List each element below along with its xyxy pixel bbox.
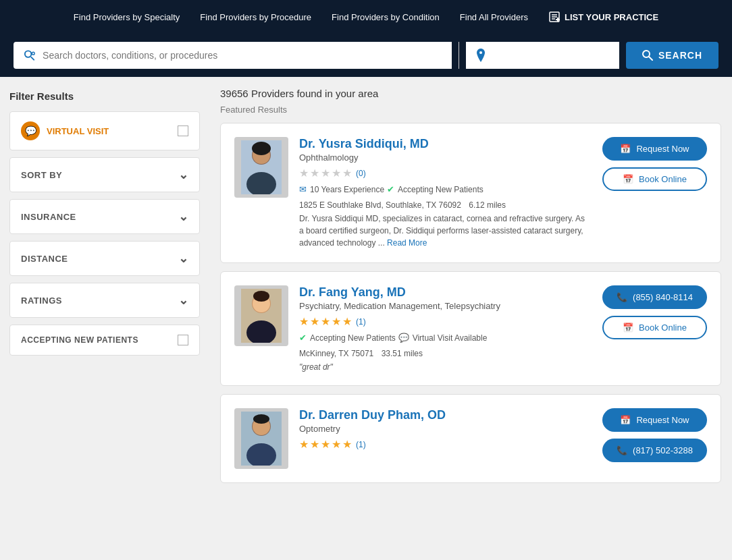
- nav-specialty[interactable]: Find Providers by Specialty: [74, 12, 180, 22]
- book-online-btn-siddiqui[interactable]: 📅 Book Online: [602, 167, 707, 191]
- provider-stars-siddiqui: ★ ★ ★ ★ ★ (0): [299, 167, 588, 179]
- read-more-siddiqui[interactable]: Read More: [387, 238, 427, 248]
- provider-name-yang[interactable]: Dr. Fang Yang, MD: [299, 285, 588, 300]
- ratings-chevron: ⌄: [178, 293, 189, 308]
- sidebar-title: Filter Results: [9, 90, 200, 102]
- search-location-container: Roanoke, TX 76262: [466, 42, 619, 69]
- stethoscope-icon: [23, 49, 36, 62]
- phone-btn-pham[interactable]: 📞 (817) 502-3288: [602, 439, 707, 462]
- phone-icon-pham: 📞: [617, 445, 627, 455]
- calendar-icon-yang: 📅: [623, 323, 633, 333]
- provider-stars-yang: ★ ★ ★ ★ ★ (1): [299, 315, 588, 328]
- search-input[interactable]: [43, 50, 442, 61]
- provider-actions-yang: 📞 (855) 840-8114 📅 Book Online: [599, 285, 707, 339]
- ratings-filter[interactable]: RATINGS ⌄: [9, 283, 200, 318]
- check-icon-yang: ✔: [299, 333, 307, 343]
- search-left-container: [14, 42, 452, 69]
- results-count: 39656 Providers found in your area: [220, 88, 721, 99]
- sidebar: Filter Results 💬 VIRTUAL VISIT SORT BY ⌄…: [0, 77, 209, 502]
- calendar-icon-pham: 📅: [620, 415, 631, 425]
- search-bar: Roanoke, TX 76262 SEARCH: [0, 34, 732, 77]
- provider-info-pham: Dr. Darren Duy Pham, OD Optometry ★ ★ ★ …: [299, 408, 588, 455]
- search-button[interactable]: SEARCH: [626, 42, 718, 69]
- distance-chevron: ⌄: [178, 251, 189, 266]
- search-icon: [642, 50, 653, 61]
- location-icon: [475, 49, 486, 62]
- sort-by-chevron: ⌄: [178, 167, 189, 182]
- results-area: 39656 Providers found in your area Featu…: [209, 77, 732, 502]
- provider-stars-pham: ★ ★ ★ ★ ★ (1): [299, 438, 588, 451]
- location-input[interactable]: Roanoke, TX 76262: [492, 50, 610, 61]
- provider-quote-yang: "great dr": [299, 362, 588, 372]
- bubble-badge-icon-yang: 💬: [398, 333, 409, 343]
- badge-experience-siddiqui: ✉ 10 Years Experience: [299, 184, 384, 194]
- provider-name-pham[interactable]: Dr. Darren Duy Pham, OD: [299, 408, 588, 422]
- request-now-btn-pham[interactable]: 📅 Request Now: [602, 408, 707, 432]
- badge-accepting-siddiqui: ✔ Accepting New Patients: [387, 184, 483, 194]
- provider-card-yang: Dr. Fang Yang, MD Psychiatry, Medication…: [220, 271, 721, 386]
- phone-icon-yang: 📞: [617, 292, 627, 302]
- provider-info-siddiqui: Dr. Yusra Siddiqui, MD Ophthalmology ★ ★…: [299, 137, 588, 249]
- bubble-icon: 💬: [21, 121, 40, 140]
- virtual-visit-checkbox[interactable]: [178, 125, 188, 136]
- badge-virtual-yang: 💬 Virtual Visit Available: [398, 333, 488, 343]
- provider-actions-siddiqui: 📅 Request Now 📅 Book Online: [599, 137, 707, 191]
- svg-point-19: [253, 291, 269, 302]
- nav-list-practice[interactable]: LIST YOUR PRACTICE: [548, 11, 658, 23]
- search-divider: [459, 42, 459, 69]
- provider-card-pham: Dr. Darren Duy Pham, OD Optometry ★ ★ ★ …: [220, 394, 721, 483]
- provider-name-siddiqui[interactable]: Dr. Yusra Siddiqui, MD: [299, 137, 588, 151]
- featured-label: Featured Results: [220, 105, 721, 115]
- svg-point-14: [252, 142, 271, 155]
- provider-actions-pham: 📅 Request Now 📞 (817) 502-3288: [599, 408, 707, 462]
- svg-point-24: [253, 414, 269, 424]
- provider-photo-siddiqui: [234, 137, 288, 198]
- provider-card-siddiqui: Dr. Yusra Siddiqui, MD Ophthalmology ★ ★…: [220, 123, 721, 263]
- provider-address-yang: McKinney, TX 75071 33.51 miles: [299, 349, 588, 358]
- provider-photo-yang: [234, 285, 288, 346]
- book-online-btn-yang[interactable]: 📅 Book Online: [602, 316, 707, 339]
- virtual-visit-label: 💬 VIRTUAL VISIT: [21, 121, 109, 140]
- insurance-filter[interactable]: INSURANCE ⌄: [9, 199, 200, 234]
- svg-point-6: [25, 51, 32, 57]
- distance-filter[interactable]: DISTANCE ⌄: [9, 241, 200, 276]
- svg-point-8: [479, 51, 482, 54]
- badge-accepting-yang: ✔ Accepting New Patients: [299, 333, 396, 343]
- top-nav: Find Providers by Specialty Find Provide…: [0, 0, 732, 34]
- nav-condition[interactable]: Find Providers by Condition: [332, 12, 440, 22]
- accepting-patients-checkbox[interactable]: [178, 335, 188, 345]
- provider-bio-siddiqui: Dr. Yusra Siddiqui MD, specializes in ca…: [299, 213, 588, 249]
- provider-specialty-pham: Optometry: [299, 424, 588, 434]
- provider-specialty-siddiqui: Ophthalmology: [299, 152, 588, 163]
- virtual-visit-filter[interactable]: 💬 VIRTUAL VISIT: [9, 111, 200, 150]
- sort-by-filter[interactable]: SORT BY ⌄: [9, 157, 200, 192]
- provider-address-siddiqui: 1825 E Southlake Blvd, Southlake, TX 760…: [299, 200, 588, 210]
- accepting-patients-filter[interactable]: ACCEPTING NEW PATIENTS: [9, 325, 200, 356]
- provider-specialty-yang: Psychiatry, Medication Management, Telep…: [299, 301, 588, 311]
- insurance-chevron: ⌄: [178, 209, 189, 224]
- calendar-icon: 📅: [620, 144, 631, 154]
- check-icon: ✔: [387, 184, 394, 194]
- mail-icon: ✉: [299, 184, 307, 194]
- request-now-btn-siddiqui[interactable]: 📅 Request Now: [602, 137, 707, 161]
- svg-point-7: [32, 52, 34, 55]
- nav-procedure[interactable]: Find Providers by Procedure: [200, 12, 311, 22]
- phone-btn-yang[interactable]: 📞 (855) 840-8114: [602, 285, 707, 309]
- nav-all-providers[interactable]: Find All Providers: [460, 12, 528, 22]
- provider-info-yang: Dr. Fang Yang, MD Psychiatry, Medication…: [299, 285, 588, 372]
- provider-photo-pham: [234, 408, 288, 469]
- main-layout: Filter Results 💬 VIRTUAL VISIT SORT BY ⌄…: [0, 77, 732, 502]
- calendar-outline-icon: 📅: [623, 174, 633, 184]
